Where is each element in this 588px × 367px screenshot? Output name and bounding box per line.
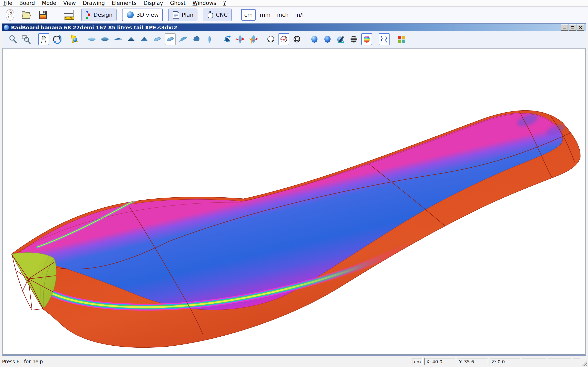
view-rocker-icon[interactable]	[113, 33, 123, 45]
render-solid-icon[interactable]	[309, 33, 320, 45]
view-3d-button[interactable]: 3D view	[122, 8, 163, 21]
view-bottom-icon[interactable]	[100, 33, 110, 45]
menu-drawing[interactable]: Drawing	[79, 0, 108, 7]
menu-board-label: Board	[19, 0, 35, 6]
plan-button-label: Plan	[182, 12, 193, 18]
viewport-3d[interactable]	[2, 48, 586, 355]
turn-horizontal-icon[interactable]	[222, 33, 232, 45]
cnc-button-label: CNC	[216, 12, 228, 18]
render-wireframe-icon[interactable]	[292, 33, 302, 45]
dimensions-ruler-icon[interactable]: 10	[63, 8, 76, 21]
new-board-hand-icon[interactable]	[4, 8, 16, 21]
menu-file[interactable]: File	[0, 0, 16, 7]
status-y-coordinate: Y: 35.6	[457, 358, 488, 365]
board-3d-render	[3, 49, 585, 354]
unit-selector: cm mm inch in/f	[241, 9, 306, 21]
symmetry-icon[interactable]	[379, 33, 389, 45]
design-button[interactable]: Design	[81, 8, 117, 21]
menu-windows[interactable]: Windows	[189, 0, 220, 7]
tile-windows-icon[interactable]	[397, 33, 407, 45]
menu-elements-label: Elements	[112, 0, 137, 6]
view-3d-button-label: 3D view	[136, 12, 159, 18]
view-perspective-icon[interactable]	[165, 33, 176, 45]
render-outline-icon[interactable]	[265, 33, 276, 45]
blue-sphere-icon	[126, 11, 134, 19]
accelerator-underline	[3, 6, 6, 6]
status-z-coordinate: Z: 0.0	[490, 358, 520, 365]
close-button[interactable]: ×	[577, 25, 584, 31]
light-icon[interactable]	[69, 33, 80, 45]
minimize-button[interactable]	[561, 25, 568, 31]
unit-inch[interactable]: inch	[275, 9, 291, 20]
accelerator-underline	[223, 6, 226, 6]
status-x-coordinate: X: 40.0	[424, 358, 455, 365]
turn-vertical-icon[interactable]	[235, 33, 245, 45]
status-help-text: Press F1 for help	[0, 359, 412, 365]
menu-mode-label: Mode	[42, 0, 56, 6]
menu-mode[interactable]: Mode	[38, 0, 60, 7]
surfboard-model	[11, 104, 580, 347]
status-panel-empty	[548, 358, 571, 365]
menu-view[interactable]: View	[60, 0, 79, 7]
resize-grip[interactable]	[581, 360, 587, 367]
save-icon[interactable]	[36, 8, 49, 21]
pan-hand-icon[interactable]	[38, 33, 49, 45]
view-back-icon[interactable]	[139, 33, 149, 45]
menu-ghost[interactable]: Ghost	[167, 0, 189, 7]
menu-drawing-label: Drawing	[83, 0, 105, 6]
menu-help[interactable]: ?	[220, 0, 229, 7]
accelerator-underline	[192, 6, 198, 6]
menu-board[interactable]: Board	[16, 0, 38, 7]
svg-text:0: 0	[71, 17, 72, 20]
zoom-area-icon[interactable]	[21, 33, 31, 45]
zoom-icon[interactable]	[8, 33, 18, 45]
view-perspective-top-icon[interactable]	[152, 33, 163, 45]
unit-cm[interactable]: cm	[241, 9, 256, 21]
maximize-button[interactable]	[569, 25, 576, 31]
view-side-icon[interactable]	[204, 33, 215, 45]
render-curvature-icon[interactable]	[361, 33, 372, 45]
document-window: BadBoard banana 68 27demi 167 85 litres …	[2, 23, 586, 356]
unit-mm[interactable]: mm	[257, 9, 273, 20]
control-points-icon	[85, 10, 91, 20]
main-toolbar: 10 Design 3D view Plan	[0, 7, 588, 23]
status-panel-empty	[522, 358, 546, 365]
menu-display-label: Display	[144, 0, 163, 6]
plan-button[interactable]: Plan	[168, 8, 198, 21]
plan-sheet-icon	[172, 11, 180, 19]
render-contour-icon[interactable]	[348, 33, 359, 45]
cnc-mill-icon	[207, 10, 214, 19]
document-icon	[4, 25, 9, 30]
menu-display[interactable]: Display	[140, 0, 167, 7]
menu-file-label: File	[3, 0, 12, 6]
menu-elements[interactable]: Elements	[108, 0, 140, 7]
view-top-icon[interactable]	[86, 33, 97, 45]
render-shaded-icon[interactable]	[322, 33, 333, 45]
minimize-icon	[563, 29, 566, 29]
maximize-icon	[571, 26, 574, 29]
menu-help-label: ?	[223, 0, 226, 6]
status-panel-empty	[573, 358, 580, 365]
unit-inf[interactable]: in/f	[293, 9, 306, 20]
view-front-icon[interactable]	[126, 33, 136, 45]
status-bar: Press F1 for help cm X: 40.0 Y: 35.6 Z: …	[0, 356, 588, 367]
rotate-3d-icon[interactable]	[52, 33, 62, 45]
render-painted-icon[interactable]	[335, 33, 346, 45]
design-button-label: Design	[94, 12, 112, 18]
document-title: BadBoard banana 68 27demi 167 85 litres …	[11, 25, 560, 31]
document-titlebar[interactable]: BadBoard banana 68 27demi 167 85 litres …	[2, 24, 586, 31]
menu-windows-label: Windows	[192, 0, 216, 6]
cnc-button[interactable]: CNC	[203, 8, 232, 21]
status-unit: cm	[412, 358, 423, 365]
menu-ghost-label: Ghost	[170, 0, 186, 6]
menu-view-label: View	[63, 0, 76, 6]
view-free-icon[interactable]	[191, 33, 202, 45]
svg-text:1: 1	[66, 17, 68, 20]
render-slices-icon[interactable]	[278, 33, 289, 45]
view-three-quarter-icon[interactable]	[178, 33, 189, 45]
turn-vertical-flip-icon[interactable]	[248, 33, 259, 45]
view-toolbar	[2, 31, 586, 47]
menu-bar: File Board Mode View Drawing Elements Di…	[0, 0, 588, 7]
close-icon: ×	[579, 25, 583, 30]
open-folder-icon[interactable]	[20, 8, 33, 21]
